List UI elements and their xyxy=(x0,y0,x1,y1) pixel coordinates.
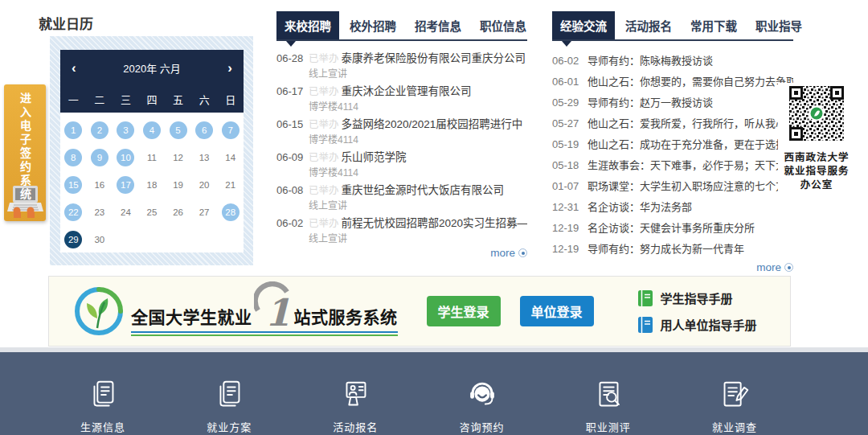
experience-list-item: 05-18 生涯故事会：天下难事，必作于易；天下大事，必做... xyxy=(552,157,793,170)
footer-item-employment-plan[interactable]: 就业方案 xyxy=(194,376,264,434)
calendar-next-button[interactable]: › xyxy=(227,61,232,75)
experience-list-item: 12-19 名企访谈：天健会计事务所重庆分所 xyxy=(552,220,793,232)
calendar-day[interactable]: 21 xyxy=(217,171,244,199)
calendar-day[interactable]: 10 xyxy=(113,144,139,171)
blue-book-icon xyxy=(637,316,653,334)
student-login-button[interactable]: 学生登录 xyxy=(427,296,501,326)
item-date: 06-08 xyxy=(276,184,309,196)
campus-tab[interactable]: 校外招聘 xyxy=(342,11,404,39)
item-title-link[interactable]: 导师有约：努力成长为新一代青年 xyxy=(588,240,744,256)
big-one-graphic: 1 xyxy=(254,286,293,328)
employer-login-button[interactable]: 单位登录 xyxy=(520,296,594,326)
calendar-day[interactable]: 7 xyxy=(217,117,244,144)
calendar-day[interactable]: 17 xyxy=(113,171,139,199)
item-title-link[interactable]: 名企访谈：华为法务部 xyxy=(588,199,692,214)
item-title-link[interactable]: 他山之石：你想要的，需要你自己努力去争取 xyxy=(588,73,793,88)
campus-more-link[interactable]: more xyxy=(276,247,527,259)
calendar-day[interactable]: 19 xyxy=(165,171,191,199)
item-date: 06-02 xyxy=(276,217,309,229)
calendar-day[interactable]: 14 xyxy=(217,144,244,171)
calendar-day[interactable]: 18 xyxy=(139,171,166,199)
calendar-day[interactable]: 13 xyxy=(191,144,218,171)
weekday-label: 日 xyxy=(225,92,235,107)
calendar-day[interactable]: 30 xyxy=(87,226,113,253)
item-title-link[interactable]: 导师有约：陈咏梅教授访谈 xyxy=(588,52,713,68)
item-date: 06-28 xyxy=(276,52,309,64)
campus-list-item: 06-17 已举办 重庆沐企企业管理有限公司 博学楼4114 xyxy=(276,82,527,111)
calendar-day[interactable]: 15 xyxy=(60,171,87,199)
held-badge: 已举办 xyxy=(309,149,339,164)
calendar-day[interactable]: 5 xyxy=(165,117,191,144)
item-title-link[interactable]: 职场课堂：大学生初入职场应注意的七个方面 xyxy=(588,178,793,193)
experience-tab[interactable]: 常用下载 xyxy=(682,11,745,39)
experience-list-item: 06-01 他山之石：你想要的，需要你自己努力去争取 xyxy=(552,73,793,86)
campus-tab[interactable]: 招考信息 xyxy=(407,11,469,39)
footer-item-employment-survey[interactable]: 就业调查 xyxy=(699,376,770,434)
calendar-day[interactable]: 4 xyxy=(139,117,166,144)
calendar-day[interactable]: 6 xyxy=(191,117,218,144)
page: 就业日历 ‹ 2020年 六月 › 一二三四五六日 1 xyxy=(0,0,868,435)
footer-item-student-source[interactable]: 生源信息 xyxy=(68,376,138,434)
item-title-link[interactable]: 他山之石：爱我所爱，行我所行，听从我心，无问西方 xyxy=(588,115,793,130)
footer-item-consult-booking[interactable]: 咨询预约 xyxy=(447,376,518,434)
more-arrow-icon xyxy=(784,263,793,272)
held-badge: 已举办 xyxy=(309,50,339,65)
calendar-day[interactable]: 26 xyxy=(165,199,191,226)
experience-list-item: 12-19 导师有约：努力成长为新一代青年 xyxy=(552,240,793,253)
calendar-day[interactable]: 20 xyxy=(191,171,218,199)
item-title-link[interactable]: 重庆沐企企业管理有限公司 xyxy=(342,82,472,98)
campus-tab[interactable]: 来校招聘 xyxy=(276,11,339,39)
student-manual-link[interactable]: 学生指导手册 xyxy=(637,289,757,307)
esign-system-banner[interactable]: 进入电子签约系统 xyxy=(4,84,46,221)
calendar-day[interactable]: 11 xyxy=(139,144,166,171)
calendar-day[interactable]: 1 xyxy=(60,117,87,144)
experience-tab[interactable]: 活动报名 xyxy=(617,11,680,39)
experience-more-link[interactable]: more xyxy=(552,261,793,273)
held-badge: 已举办 xyxy=(309,215,339,230)
document-icon xyxy=(84,376,121,413)
calendar-prev-button[interactable]: ‹ xyxy=(72,61,76,75)
item-title-link[interactable]: 导师有约：赵万一教授访谈 xyxy=(588,94,713,109)
item-date: 05-27 xyxy=(552,117,588,129)
item-title-link[interactable]: 乐山师范学院 xyxy=(342,148,407,164)
item-title-link[interactable]: 重庆世纪金源时代大饭店有限公司 xyxy=(342,181,505,197)
experience-tab[interactable]: 经验交流 xyxy=(552,11,615,39)
item-venue: 博学楼4114 xyxy=(309,132,527,144)
experience-list-item: 05-19 他山之石：成功在于充分准备，更在于选择 xyxy=(552,136,793,149)
calendar-day[interactable]: 9 xyxy=(87,144,113,171)
campus-list-item: 06-28 已举办 泰康养老保险股份有限公司重庆分公司 线上宣讲 xyxy=(276,49,527,78)
experience-list-item: 12-31 名企访谈：华为法务部 xyxy=(552,199,793,211)
campus-list: 06-28 已举办 泰康养老保险股份有限公司重庆分公司 线上宣讲 06-17 已… xyxy=(276,49,527,243)
held-badge: 已举办 xyxy=(309,116,339,131)
calendar-day[interactable]: 2 xyxy=(87,117,113,144)
item-title-link[interactable]: 他山之石：成功在于充分准备，更在于选择 xyxy=(588,136,786,151)
calendar-day[interactable]: 12 xyxy=(165,144,191,171)
footer-item-career-assessment[interactable]: 职业测评 xyxy=(573,376,644,434)
experience-tab[interactable]: 职业指导 xyxy=(747,11,810,39)
calendar-day[interactable]: 25 xyxy=(139,199,166,226)
campus-recruitment-panel: 来校招聘校外招聘招考信息职位信息 06-28 已举办 泰康养老保险股份有限公司重… xyxy=(276,11,527,259)
calendar-day[interactable]: 29 xyxy=(60,226,87,253)
calendar-day[interactable]: 28 xyxy=(217,199,244,226)
item-date: 12-19 xyxy=(552,222,588,234)
calendar-day[interactable]: 8 xyxy=(60,144,87,171)
calendar-day[interactable]: 27 xyxy=(191,199,218,226)
calendar-day[interactable]: 16 xyxy=(87,171,113,199)
item-title-link[interactable]: 前程无忧校园招聘部2020实习生招募——川... xyxy=(342,214,527,230)
item-title-link[interactable]: 生涯故事会：天下难事，必作于易；天下大事，必做... xyxy=(588,157,793,172)
calendar-day[interactable]: 24 xyxy=(113,199,139,226)
item-title-link[interactable]: 名企访谈：天健会计事务所重庆分所 xyxy=(588,220,755,235)
item-title-link[interactable]: 多益网络2020/2021届校园招聘进行中 xyxy=(342,115,523,131)
calendar-day[interactable]: 3 xyxy=(113,117,139,144)
campus-tab[interactable]: 职位信息 xyxy=(472,11,534,39)
footer-item-activity-signup[interactable]: 活动报名 xyxy=(320,376,391,434)
calendar-day[interactable]: 22 xyxy=(60,199,87,226)
banner-underline xyxy=(131,331,398,336)
weekday-label: 五 xyxy=(173,92,183,107)
campus-list-item: 06-09 已举办 乐山师范学院 博学楼4114 xyxy=(276,148,527,177)
calendar-day[interactable]: 23 xyxy=(87,199,113,226)
one-stop-banner: 全国大学生就业 1 站式服务系统 学生登录 单位登录 学生指导手册 xyxy=(48,276,791,347)
item-title-link[interactable]: 泰康养老保险股份有限公司重庆分公司 xyxy=(342,49,526,65)
banner-title: 全国大学生就业 1 站式服务系统 xyxy=(131,286,398,336)
employer-manual-link[interactable]: 用人单位指导手册 xyxy=(637,316,757,334)
